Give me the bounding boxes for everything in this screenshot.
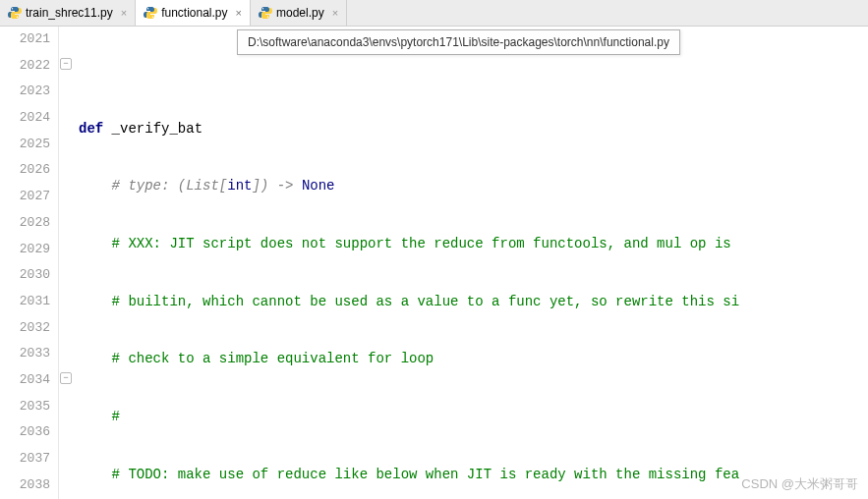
svg-point-4 [262, 8, 263, 9]
tab-functional[interactable]: functional.py × [136, 0, 251, 26]
line-number-gutter: 2021202220232024202520262027202820292030… [0, 27, 59, 499]
line-number: 2037 [0, 446, 50, 472]
code-line: # type: (List[int]) -> None [79, 173, 868, 199]
tab-label: model.py [276, 6, 324, 20]
comment-text: # [112, 409, 120, 424]
function-name: _verify_bat [103, 121, 203, 137]
tab-label: functional.py [161, 6, 227, 20]
python-icon [144, 6, 157, 20]
file-path-tooltip: D:\software\anaconda3\envs\pytorch171\Li… [237, 29, 680, 55]
comment-text: # type: (List[ [112, 178, 228, 194]
svg-point-2 [147, 8, 148, 9]
line-number: 2038 [0, 472, 50, 499]
svg-point-3 [152, 17, 153, 18]
comment-text: # check to a simple equivalent for loop [112, 351, 434, 366]
line-number: 2035 [0, 394, 50, 420]
line-number: 2027 [0, 184, 50, 210]
builtin-type: None [302, 178, 335, 194]
tab-train-shrec11[interactable]: train_shrec11.py × [0, 0, 136, 26]
tab-model[interactable]: model.py × [251, 0, 347, 26]
fold-toggle-icon[interactable]: − [60, 372, 72, 384]
code-line [79, 58, 868, 84]
line-number: 2036 [0, 419, 50, 446]
svg-point-1 [17, 17, 18, 18]
code-line: def _verify_bat [79, 116, 868, 142]
python-icon [8, 6, 22, 20]
watermark-text: CSDN @大米粥哥哥 [741, 475, 858, 493]
svg-point-0 [12, 8, 13, 9]
line-number: 2026 [0, 157, 50, 184]
keyword-def: def [79, 121, 103, 137]
comment-text: # builtin, which cannot be used as a val… [112, 294, 740, 309]
close-icon[interactable]: × [121, 7, 127, 19]
code-line: # check to a simple equivalent for loop [79, 346, 868, 372]
code-line: # XXX: JIT script does not support the r… [79, 231, 868, 257]
close-icon[interactable]: × [332, 7, 338, 19]
line-number: 2028 [0, 210, 50, 237]
line-number: 2032 [0, 315, 50, 342]
code-line: # builtin, which cannot be used as a val… [79, 289, 868, 315]
builtin-type: int [227, 178, 252, 194]
code-line: # [79, 404, 868, 430]
svg-point-5 [267, 17, 268, 18]
comment-text: # TODO: make use of reduce like below wh… [112, 467, 740, 482]
tab-bar: train_shrec11.py × functional.py × model… [0, 0, 868, 27]
line-number: 2022 [0, 53, 50, 80]
line-number: 2023 [0, 79, 50, 105]
line-number: 2029 [0, 237, 50, 263]
code-editor[interactable]: 2021202220232024202520262027202820292030… [0, 27, 868, 499]
fold-toggle-icon[interactable]: − [60, 58, 72, 70]
line-number: 2034 [0, 367, 50, 394]
tab-label: train_shrec11.py [26, 6, 113, 20]
line-number: 2031 [0, 289, 50, 315]
fold-column: − − [59, 27, 75, 499]
code-area[interactable]: def _verify_bat # type: (List[int]) -> N… [75, 27, 868, 499]
line-number: 2021 [0, 27, 50, 53]
line-number: 2024 [0, 105, 50, 132]
line-number: 2025 [0, 132, 50, 158]
comment-text: ]) -> [252, 178, 301, 194]
close-icon[interactable]: × [236, 7, 242, 19]
python-icon [259, 6, 272, 20]
comment-text: # XXX: JIT script does not support the r… [112, 236, 740, 251]
line-number: 2030 [0, 262, 50, 289]
line-number: 2033 [0, 341, 50, 367]
